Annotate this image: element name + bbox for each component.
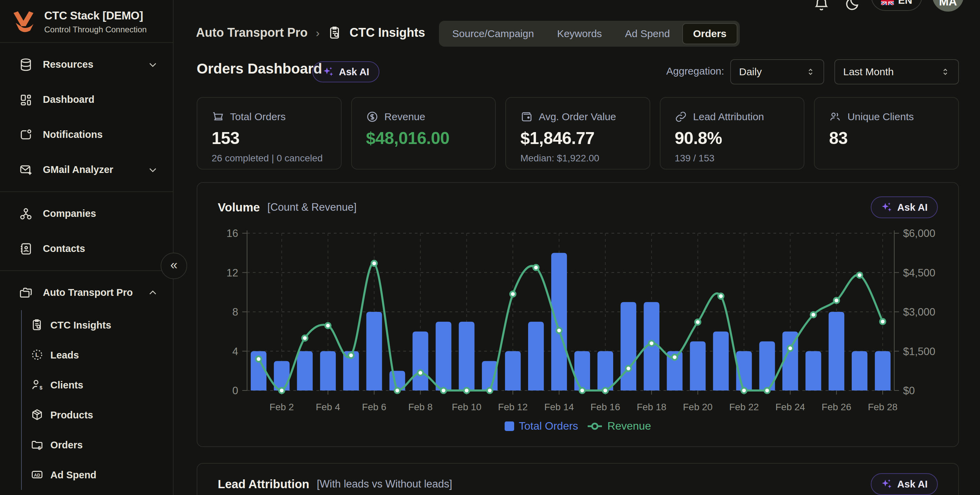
volume-card: Volume [Count & Revenue] Ask AI 0$04$1,5… [197, 182, 959, 447]
wallet-icon [520, 111, 533, 123]
svg-text:Feb 22: Feb 22 [729, 402, 759, 412]
svg-text:Feb 18: Feb 18 [637, 402, 666, 412]
uk-flag-icon [881, 0, 894, 5]
ask-ai-button[interactable]: Ask AI [312, 61, 379, 83]
aggregation-value: Daily [739, 66, 762, 78]
date-range-select[interactable]: Last Month [834, 59, 959, 84]
sidebar-item-label: GMail Analyzer [43, 164, 113, 175]
tab-keywords[interactable]: Keywords [546, 23, 613, 44]
sidebar-item-auto-transport-pro[interactable]: Auto Transport Pro [0, 275, 173, 310]
sidebar-item-label: Products [50, 409, 93, 421]
mail-sparkle-icon [19, 163, 33, 177]
moon-icon[interactable] [844, 0, 860, 14]
leads-icon: L [30, 348, 44, 362]
app-tagline: Control Through Connection [44, 25, 147, 34]
page-title: Orders Dashboard [197, 60, 322, 77]
sidebar-item-label: Leads [50, 350, 79, 361]
tab-orders[interactable]: Orders [682, 23, 737, 44]
lead-attribution-title: Lead Attribution [218, 477, 309, 491]
chart-legend: Total Orders Revenue [218, 420, 938, 432]
sidebar-item-clients[interactable]: $ Clients [22, 370, 173, 400]
app-title: CTC Stack [DEMO] [44, 9, 147, 22]
breadcrumb-parent[interactable]: Auto Transport Pro [196, 25, 308, 40]
sidebar-item-label: Companies [43, 208, 96, 219]
svg-text:$1,500: $1,500 [903, 345, 935, 358]
legend-line-label: Revenue [608, 420, 651, 432]
sidebar-item-gmail-analyzer[interactable]: GMail Analyzer [0, 152, 173, 187]
svg-text:8: 8 [232, 306, 238, 318]
ask-ai-button[interactable]: Ask AI [871, 473, 938, 495]
sidebar-item-label: Dashboard [43, 94, 94, 105]
sidebar-item-contacts[interactable]: Contacts [0, 231, 173, 266]
sidebar-item-label: Clients [50, 380, 83, 391]
svg-text:0: 0 [232, 385, 238, 396]
kpi-value: 83 [829, 128, 944, 148]
svg-text:Feb 2: Feb 2 [269, 402, 294, 412]
svg-text:12: 12 [227, 267, 238, 279]
message-dot-icon [19, 128, 33, 142]
cart-icon [212, 111, 224, 123]
sidebar-item-label: Ad Spend [50, 470, 96, 481]
tab-source-campaign[interactable]: Source/Campaign [441, 23, 545, 44]
volume-title: Volume [218, 201, 260, 214]
ask-ai-button[interactable]: Ask AI [871, 196, 938, 218]
date-range-value: Last Month [843, 66, 894, 78]
kpi-label: Lead Attribution [693, 111, 764, 123]
chevron-down-icon [148, 165, 158, 175]
breadcrumb-current: CTC Insights [350, 25, 425, 40]
volume-chart: 0$04$1,5008$3,00012$4,50016$6,000Feb 2Fe… [218, 226, 938, 414]
aggregation-label: Aggregation: [666, 65, 724, 77]
sidebar-item-products[interactable]: Products [22, 400, 173, 430]
sparkles-icon [323, 66, 334, 78]
svg-text:Feb 4: Feb 4 [316, 402, 340, 412]
kpi-sub: Median: $1,922.00 [520, 153, 635, 164]
avatar[interactable]: MA [932, 0, 964, 11]
volume-card-header: Volume [Count & Revenue] Ask AI [218, 196, 938, 218]
svg-text:16: 16 [227, 228, 238, 239]
ad-icon: AD [30, 468, 44, 482]
grid-icon [19, 93, 33, 107]
folder-dollar-icon: $ [30, 438, 44, 452]
breadcrumb: Auto Transport Pro › CTC Insights [196, 20, 425, 46]
tab-ad-spend[interactable]: Ad Spend [614, 23, 681, 44]
legend-bar-swatch [504, 422, 514, 431]
kpi-label: Revenue [385, 111, 425, 123]
aggregation-select[interactable]: Daily [730, 59, 824, 84]
kpi-sub: 26 completed | 0 canceled [212, 153, 327, 164]
user-dollar-icon: $ [30, 378, 44, 392]
app-logo-icon [10, 8, 37, 35]
sidebar-item-label: Orders [50, 439, 83, 451]
kpi-sub: 139 / 153 [675, 153, 790, 164]
sidebar-project-children: CTC Insights L Leads $ Clients Products [21, 310, 173, 490]
legend-item-total-orders[interactable]: Total Orders [504, 420, 578, 432]
sidebar-item-ctc-insights[interactable]: CTC Insights [22, 310, 173, 340]
kpi-label: Avg. Order Value [539, 111, 616, 123]
sidebar-item-notifications[interactable]: Notifications [0, 117, 173, 152]
sidebar-item-label: Notifications [43, 129, 103, 140]
insights-tabs: Source/Campaign Keywords Ad Spend Orders [439, 21, 740, 47]
sidebar-item-label: Contacts [43, 243, 85, 254]
kpi-row: Total Orders 153 26 completed | 0 cancel… [197, 97, 959, 170]
svg-text:$0: $0 [903, 385, 915, 396]
sidebar-item-orders[interactable]: $ Orders [22, 430, 173, 460]
legend-line-marker [587, 422, 603, 431]
svg-text:$: $ [38, 445, 41, 451]
dollar-circle-icon [366, 111, 379, 123]
sidebar-item-resources[interactable]: Resources [0, 47, 173, 82]
legend-item-revenue[interactable]: Revenue [587, 420, 651, 432]
bell-icon[interactable] [813, 0, 830, 14]
database-icon [19, 58, 33, 72]
legend-bar-label: Total Orders [519, 420, 578, 432]
language-selector[interactable]: EN [871, 0, 922, 11]
sidebar-item-ad-spend[interactable]: AD Ad Spend [22, 460, 173, 490]
svg-text:$4,500: $4,500 [903, 267, 935, 279]
svg-text:L: L [35, 351, 39, 358]
sidebar-collapse-button[interactable]: « [161, 253, 187, 279]
sidebar-item-companies[interactable]: Companies [0, 196, 173, 231]
sidebar-item-dashboard[interactable]: Dashboard [0, 82, 173, 117]
sidebar-nav-crm: Companies Contacts [0, 192, 173, 270]
svg-text:AD: AD [34, 473, 40, 477]
app-logo-row: CTC Stack [DEMO] Control Through Connect… [0, 0, 173, 42]
sidebar-item-leads[interactable]: L Leads [22, 340, 173, 370]
sidebar-item-label: Auto Transport Pro [43, 287, 133, 298]
